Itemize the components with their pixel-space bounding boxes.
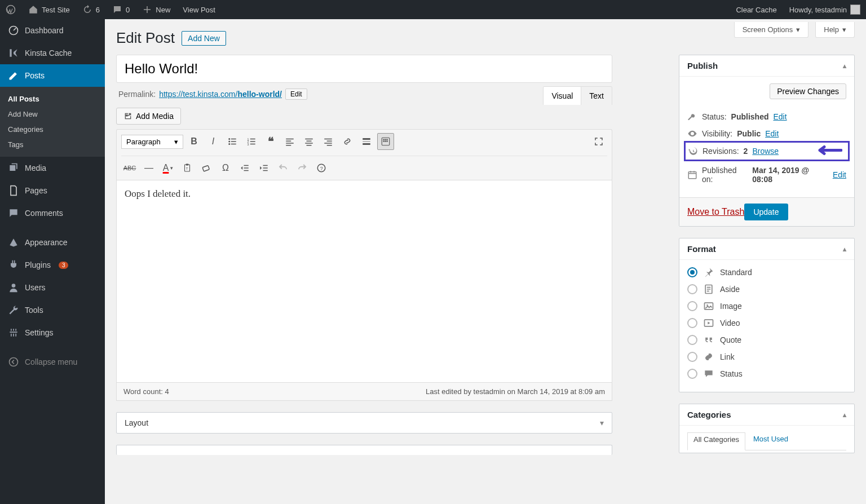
update-button[interactable]: Update <box>744 204 788 220</box>
add-media-button[interactable]: Add Media <box>116 108 181 125</box>
menu-kinsta-cache[interactable]: Kinsta Cache <box>0 42 105 64</box>
comments-link[interactable]: 0 <box>112 5 130 15</box>
undo-button[interactable] <box>275 160 291 176</box>
svg-point-4 <box>228 138 230 140</box>
howdy-link[interactable]: Howdy, testadmin <box>789 5 860 15</box>
status-edit-link[interactable]: Edit <box>774 112 787 121</box>
clear-formatting-button[interactable] <box>198 160 215 176</box>
submenu-tags[interactable]: Tags <box>0 137 105 152</box>
menu-dashboard[interactable]: Dashboard <box>0 19 105 42</box>
number-list-button[interactable]: 123 <box>243 133 260 150</box>
svg-rect-44 <box>244 170 249 171</box>
italic-button[interactable]: I <box>205 133 222 150</box>
align-left-button[interactable] <box>281 133 298 150</box>
post-title-input[interactable] <box>116 55 612 83</box>
visual-tab[interactable]: Visual <box>544 87 581 105</box>
submenu-categories[interactable]: Categories <box>0 122 105 137</box>
admin-bar: Test Site 6 0 New View Post Clear Cache … <box>0 0 866 19</box>
screen-options-tab[interactable]: Screen Options ▾ <box>734 22 809 38</box>
publish-box-toggle[interactable]: Publish▴ <box>679 55 854 77</box>
categories-box-toggle[interactable]: Categories▴ <box>679 404 854 426</box>
menu-media[interactable]: Media <box>0 157 105 179</box>
menu-comments[interactable]: Comments <box>0 202 105 224</box>
outdent-button[interactable] <box>236 160 253 176</box>
menu-posts[interactable]: Posts <box>0 64 105 87</box>
svg-rect-29 <box>363 141 370 142</box>
add-new-button[interactable]: Add New <box>182 31 226 46</box>
submenu-all-posts[interactable]: All Posts <box>0 91 105 107</box>
menu-appearance[interactable]: Appearance <box>0 231 105 254</box>
svg-rect-22 <box>305 143 313 144</box>
format-video[interactable]: Video <box>687 317 846 329</box>
radio-icon <box>687 318 697 328</box>
svg-rect-36 <box>385 141 386 142</box>
radio-icon <box>687 301 697 311</box>
published-on-line: Published on: Mar 14, 2019 @ 08:08 Edit <box>687 166 846 184</box>
keyboard-help-button[interactable]: ? <box>313 160 330 176</box>
bold-button[interactable]: B <box>185 133 202 150</box>
paste-text-button[interactable]: T <box>179 160 196 176</box>
link-button[interactable] <box>339 133 356 150</box>
permalink-edit-button[interactable]: Edit <box>285 89 307 100</box>
menu-plugins[interactable]: Plugins3 <box>0 254 105 276</box>
format-link[interactable]: Link <box>687 351 846 362</box>
align-center-button[interactable] <box>301 133 317 150</box>
editor-toolbar: Paragraph▾ B I 123 ❝ ABC — A▾ T Ω <box>116 129 612 180</box>
wp-logo[interactable] <box>6 5 16 15</box>
horizontal-rule-button[interactable]: — <box>140 160 157 176</box>
visibility-line: Visibility: Public Edit <box>687 129 846 139</box>
new-link[interactable]: New <box>142 5 170 15</box>
indent-button[interactable] <box>255 160 272 176</box>
clear-cache-link[interactable]: Clear Cache <box>736 6 776 14</box>
text-color-button[interactable]: A▾ <box>160 160 176 176</box>
admin-sidebar: Dashboard Kinsta Cache Posts All Posts A… <box>0 19 105 504</box>
updates-link[interactable]: 6 <box>82 5 100 15</box>
plugin-count-badge: 3 <box>59 262 69 269</box>
visibility-edit-link[interactable]: Edit <box>765 129 779 138</box>
layout-metabox-toggle[interactable]: Layout▾ <box>117 413 612 433</box>
format-aside[interactable]: Aside <box>687 284 846 295</box>
radio-icon <box>687 267 697 277</box>
special-char-button[interactable]: Ω <box>217 160 234 176</box>
menu-users[interactable]: Users <box>0 276 105 299</box>
svg-rect-46 <box>263 167 268 169</box>
menu-pages[interactable]: Pages <box>0 179 105 202</box>
document-icon <box>703 284 714 295</box>
browse-revisions-link[interactable]: Browse <box>752 147 779 156</box>
move-to-trash-link[interactable]: Move to Trash <box>687 207 744 217</box>
format-image[interactable]: Image <box>687 300 846 312</box>
view-post-link[interactable]: View Post <box>183 6 215 14</box>
strikethrough-button[interactable]: ABC <box>121 160 138 176</box>
format-quote[interactable]: Quote <box>687 334 846 346</box>
submenu-add-new[interactable]: Add New <box>0 107 105 122</box>
toolbar-toggle-button[interactable] <box>377 133 394 150</box>
format-status[interactable]: Status <box>687 368 846 379</box>
svg-text:T: T <box>186 167 188 170</box>
read-more-button[interactable] <box>358 133 375 150</box>
format-box-toggle[interactable]: Format▴ <box>679 238 854 260</box>
svg-rect-47 <box>263 170 268 171</box>
collapse-menu[interactable]: Collapse menu <box>0 351 105 373</box>
redo-button[interactable] <box>294 160 311 176</box>
align-right-button[interactable] <box>320 133 337 150</box>
bullet-list-button[interactable] <box>224 133 241 150</box>
permalink-link[interactable]: https://test.kinsta.com/hello-world/ <box>159 90 282 99</box>
menu-settings[interactable]: Settings <box>0 321 105 344</box>
categories-tab-most-used[interactable]: Most Used <box>753 432 788 445</box>
blockquote-button[interactable]: ❝ <box>262 133 279 150</box>
fullscreen-button[interactable] <box>590 133 607 150</box>
format-standard[interactable]: Standard <box>687 267 846 278</box>
categories-box: Categories▴ All Categories Most Used <box>679 404 855 453</box>
post-content-editor[interactable]: Oops I deleted it. <box>116 180 612 383</box>
categories-tab-all[interactable]: All Categories <box>687 432 745 450</box>
site-home[interactable]: Test Site <box>28 5 70 15</box>
text-tab[interactable]: Text <box>581 87 612 105</box>
published-edit-link[interactable]: Edit <box>833 170 846 179</box>
format-box: Format▴ Standard Aside Image Video Quote… <box>679 238 855 392</box>
chevron-up-icon: ▴ <box>843 62 846 70</box>
format-select[interactable]: Paragraph▾ <box>121 135 183 149</box>
help-tab[interactable]: Help ▾ <box>815 22 855 38</box>
preview-changes-button[interactable]: Preview Changes <box>770 83 846 99</box>
svg-rect-5 <box>231 139 236 140</box>
menu-tools[interactable]: Tools <box>0 299 105 321</box>
